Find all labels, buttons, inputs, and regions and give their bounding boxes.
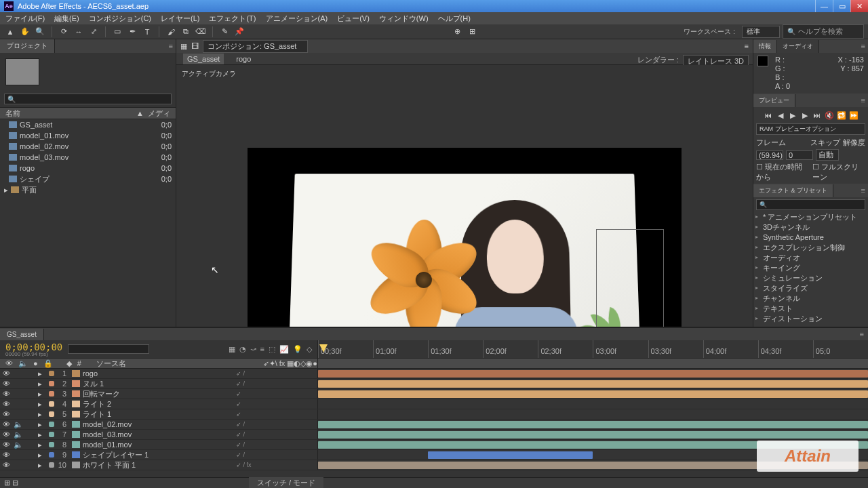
menu-animation[interactable]: アニメーション(A) (266, 14, 328, 24)
effects-tab[interactable]: エフェクト & プリセット (753, 184, 833, 197)
info-tab[interactable]: 情報 (753, 40, 777, 53)
visibility-icon[interactable]: 👁 (3, 380, 11, 388)
project-item[interactable]: ▸平面 (0, 184, 176, 195)
visibility-icon[interactable]: 👁 (3, 369, 11, 378)
fps-input[interactable]: (59.94) (756, 150, 783, 160)
visibility-icon[interactable]: 👁 (3, 441, 11, 449)
effects-category[interactable]: スタイライズ (753, 283, 868, 293)
effects-category[interactable]: チャンネル (753, 293, 868, 304)
menu-help[interactable]: ヘルプ(H) (438, 14, 471, 24)
menu-window[interactable]: ウィンドウ(W) (379, 14, 429, 24)
effects-category[interactable]: シミュレーション (753, 273, 868, 283)
help-search[interactable]: 🔍 ヘルプを検索 (783, 24, 864, 39)
visibility-icon[interactable]: 👁 (3, 451, 11, 459)
prev-frame-button[interactable]: ◀ (775, 110, 786, 121)
project-tab[interactable]: プロジェクト (0, 39, 55, 53)
timeline-tab[interactable]: GS_asset (0, 329, 44, 340)
toggle-switches-icon[interactable]: ⊞ ⊟ (4, 479, 18, 487)
res-input[interactable]: 自動 (816, 149, 839, 161)
ram-preview-button[interactable]: ⏩ (848, 110, 859, 121)
comp-selector[interactable]: コンポジション: GS_asset (203, 40, 308, 53)
effects-category[interactable]: ディストーション (753, 314, 868, 324)
timeline-layer-row[interactable]: 👁 ▸ 3 回転マーク ➶ (0, 389, 868, 399)
col-name[interactable]: 名前 (5, 108, 136, 119)
axis-icon[interactable]: ⊕ (451, 26, 463, 38)
visibility-icon[interactable]: 👁 (3, 461, 11, 469)
last-frame-button[interactable]: ⏭ (812, 110, 823, 121)
project-item[interactable]: rogo0;0 (0, 163, 176, 174)
minimize-button[interactable]: — (815, 0, 833, 12)
timeline-layer-row[interactable]: 👁 ▸ 4 ライト 2 ➶ (0, 399, 868, 409)
timeline-ruler[interactable]: 00;30f01;00f01;30f02;00f02;30f03;00f03;3… (317, 340, 868, 358)
timeline-layer-row[interactable]: 👁 ▸ 10 ホワイト 平面 1 ➶ / fx (0, 460, 868, 470)
puppet-tool[interactable]: 📌 (233, 26, 245, 38)
selection-tool[interactable]: ▲ (4, 26, 16, 38)
effects-category[interactable]: キーイング (753, 263, 868, 273)
brainstorm-icon[interactable]: 💡 (293, 345, 302, 354)
timeline-layer-row[interactable]: 👁 ▸ 1 rogo ➶ / (0, 369, 868, 379)
col-media[interactable]: メディ (148, 108, 170, 119)
effects-category[interactable]: * アニメーションプリセット (753, 212, 868, 222)
visibility-icon[interactable]: 👁 (3, 420, 11, 428)
effects-search[interactable]: 🔍 (756, 199, 865, 210)
timeline-layer-row[interactable]: 👁 ▸ 2 ヌル 1 ➶ / (0, 379, 868, 389)
effects-category[interactable]: 3Dチャンネル (753, 222, 868, 232)
menu-edit[interactable]: 編集(E) (54, 14, 79, 24)
autokey-icon[interactable]: ◇ (307, 345, 312, 354)
preview-tab[interactable]: プレビュー (753, 94, 795, 107)
frameblend-icon[interactable]: ≡ (260, 345, 264, 354)
orbit-tool[interactable]: ⟳ (58, 26, 70, 38)
motionblur-icon[interactable]: ⬚ (269, 345, 275, 354)
visibility-icon[interactable]: 👁 (3, 400, 11, 408)
zoom-tool[interactable]: 🔍 (34, 26, 46, 38)
panel-menu-icon[interactable]: ≡ (860, 330, 864, 338)
ram-options-select[interactable]: RAM プレビューオプション (756, 123, 865, 135)
hand-tool[interactable]: ✋ (19, 26, 31, 38)
timeline-layer-row[interactable]: 👁 ▸ 9 シェイプレイヤー 1 ➶ / (0, 450, 868, 460)
visibility-icon[interactable]: 👁 (3, 410, 11, 418)
menu-effect[interactable]: エフェクト(T) (209, 14, 256, 24)
skip-input[interactable]: 0 (786, 150, 813, 160)
mute-button[interactable]: 🔇 (824, 110, 835, 121)
rect-tool[interactable]: ▭ (111, 26, 123, 38)
roto-tool[interactable]: ✎ (218, 26, 231, 38)
timeline-search[interactable] (68, 344, 149, 354)
play-button[interactable]: ▶ (787, 110, 798, 121)
breadcrumb-main[interactable]: GS_asset (183, 54, 224, 64)
menu-composition[interactable]: コンポジション(C) (89, 14, 151, 24)
switches-mode-toggle[interactable]: スイッチ / モード (249, 477, 323, 488)
project-search[interactable]: 🔍 (4, 94, 172, 104)
menu-file[interactable]: ファイル(F) (5, 14, 45, 24)
visibility-icon[interactable]: 👁 (3, 390, 11, 398)
workspace-select[interactable]: 標準 (742, 26, 780, 38)
effects-category[interactable]: オーディオ (753, 253, 868, 263)
pen-tool[interactable]: ✒ (126, 26, 138, 38)
timeline-layer-row[interactable]: 👁 🔈 ▸ 6 model_02.mov ➶ / (0, 420, 868, 430)
breadcrumb-sub[interactable]: rogo (236, 55, 251, 63)
col-source[interactable]: ソース名 (96, 359, 126, 369)
effects-category[interactable]: エクスプレッション制御 (753, 243, 868, 253)
brush-tool[interactable]: 🖌 (165, 26, 177, 38)
eraser-tool[interactable]: ⌫ (195, 26, 207, 38)
first-frame-button[interactable]: ⏮ (763, 110, 774, 121)
timeline-layer-row[interactable]: 👁 🔈 ▸ 8 model_01.mov ➶ / (0, 440, 868, 450)
effects-category[interactable]: Synthetic Aperture (753, 232, 868, 243)
project-item[interactable]: model_02.mov0;0 (0, 141, 176, 152)
project-item[interactable]: model_01.mov0;0 (0, 130, 176, 141)
shy-icon[interactable]: ⤻ (250, 345, 256, 354)
pin-icon[interactable]: ▦ (180, 42, 187, 51)
pan-camera-tool[interactable]: ↔ (73, 26, 85, 38)
maximize-button[interactable]: ▭ (833, 0, 850, 12)
menu-layer[interactable]: レイヤー(L) (161, 14, 199, 24)
project-item[interactable]: GS_asset0;0 (0, 119, 176, 130)
panel-menu-icon[interactable]: ≡ (745, 42, 749, 50)
clone-tool[interactable]: ⧉ (180, 26, 192, 38)
timeline-layer-row[interactable]: 👁 ▸ 5 ライト 1 ➶ (0, 409, 868, 420)
draft3d-icon[interactable]: ◔ (239, 345, 246, 354)
menu-view[interactable]: ビュー(V) (337, 14, 370, 24)
project-item[interactable]: model_03.mov0;0 (0, 152, 176, 163)
timeline-layer-row[interactable]: 👁 🔈 ▸ 7 model_03.mov ➶ / (0, 430, 868, 440)
dolly-tool[interactable]: ⤢ (87, 26, 100, 38)
text-tool[interactable]: T (141, 26, 153, 38)
snap-icon[interactable]: ⊞ (466, 26, 478, 38)
